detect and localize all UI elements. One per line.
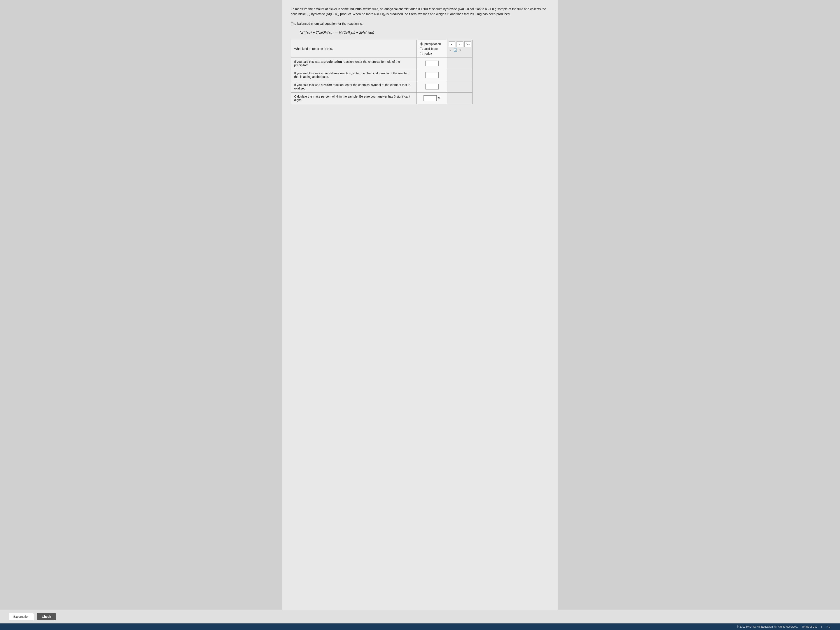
bottom-bar: Explanation Check [0,609,840,624]
radio-redox-text: redox [425,52,432,55]
percent-symbol: % [437,96,440,100]
table-row: What kind of reaction is this? precipita… [291,40,472,58]
question4-input-cell [417,81,447,93]
question2-input-cell [417,58,447,69]
chemical-equation: Ni2+(aq) + 2NaOH(aq) → Ni(OH)2(s) + 2Na+… [300,30,549,35]
question5-empty-cell [447,93,472,104]
privacy-link[interactable]: Pri... [826,625,831,628]
radio-precipitation-text: precipitation [425,42,441,46]
x10-button[interactable]: □×10 [464,41,471,47]
copyright-text: © 2019 McGraw-Hill Education. All Rights… [737,625,798,628]
question1-label: What kind of reaction is this? [291,40,417,58]
table-row: Calculate the mass percent of Ni in the … [291,93,472,104]
question1-input-cell: precipitation acid-base redox [417,40,447,58]
radio-redox[interactable] [420,52,423,55]
radio-precipitation-label[interactable]: precipitation [420,42,444,46]
reaction-type-radio-group: precipitation acid-base redox [420,42,444,55]
footer-bar: © 2019 McGraw-Hill Education. All Rights… [0,624,840,630]
table-row: If you said this was a redox reaction, e… [291,81,472,93]
radio-redox-label[interactable]: redox [420,52,444,55]
radio-acid-base-label[interactable]: acid-base [420,47,444,51]
question3-input-cell [417,69,447,81]
question2-empty-cell [447,58,472,69]
radio-precipitation[interactable] [420,43,423,46]
equation-intro: The balanced chemical equation for the r… [291,21,549,26]
subscript-button[interactable]: x□ [456,41,463,47]
question3-label: If you said this was an acid-base reacti… [291,69,417,81]
question5-label: Calculate the mass percent of Ni in the … [291,93,417,104]
check-button[interactable]: Check [37,613,56,620]
table-row: If you said this was an acid-base reacti… [291,69,472,81]
separator: | [821,625,822,628]
redox-symbol-input[interactable] [425,84,439,90]
radio-acid-base[interactable] [420,47,423,50]
precipitation-formula-input[interactable] [425,61,439,66]
table-row: If you said this was a precipitation rea… [291,58,472,69]
question2-label: If you said this was a precipitation rea… [291,58,417,69]
terms-link[interactable]: Terms of Use [802,625,818,628]
question5-input-cell: % [417,93,447,104]
mass-percent-input[interactable] [423,95,437,101]
undo-button[interactable]: 🔄 [453,48,457,52]
question1-toolbar-cell: x□ x□ □×10 × 🔄 ? [447,40,472,58]
radio-acid-base-text: acid-base [425,47,438,51]
superscript-button[interactable]: x□ [448,41,455,47]
help-button[interactable]: ? [459,48,461,52]
explanation-button[interactable]: Explanation [9,613,34,621]
problem-text: To measure the amount of nickel in some … [291,6,549,17]
question4-label: If you said this was a redox reaction, e… [291,81,417,93]
percent-input-wrapper: % [420,95,444,101]
question4-empty-cell [447,81,472,93]
question-table: What kind of reaction is this? precipita… [291,40,472,104]
acid-base-formula-input[interactable] [425,72,439,78]
close-button[interactable]: × [450,48,451,52]
question3-empty-cell [447,69,472,81]
